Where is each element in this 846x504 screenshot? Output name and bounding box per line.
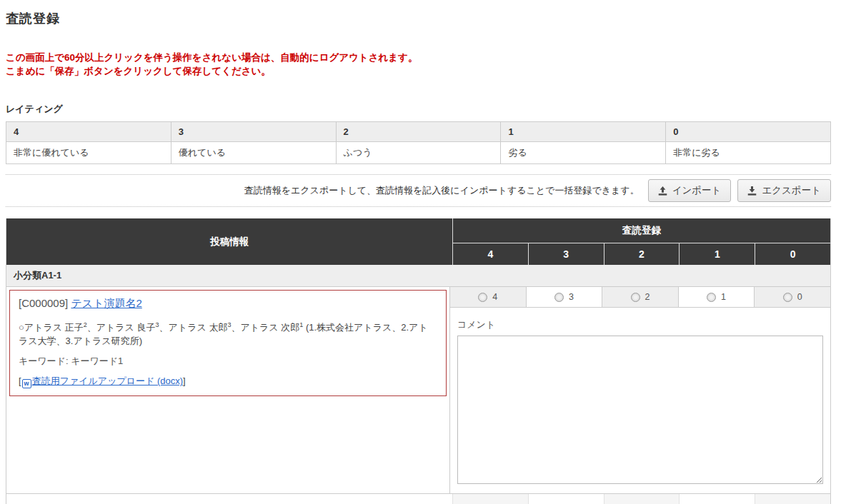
table-header: 投稿情報 査読登録 4 3 2 1 0 — [6, 218, 830, 265]
rating-legend-score-row: 4 3 2 1 0 — [6, 122, 831, 142]
auto-logout-warning: この画面上で60分以上クリックを伴う操作をされない場合は、自動的にログアウトされ… — [6, 51, 831, 78]
legend-score-2: 2 — [336, 122, 501, 142]
warning-line-2: こまめに「保存」ボタンをクリックして保存してください。 — [6, 64, 831, 78]
rating-radio-label-4: 4 — [492, 292, 497, 302]
next-row-partial — [6, 494, 830, 504]
author-part: 、アトラス 太郎 — [159, 322, 228, 333]
rating-radio-row: 4 3 2 1 0 — [450, 287, 830, 308]
review-header-group: 査読登録 4 3 2 1 0 — [453, 218, 830, 265]
next-row-submission-cell — [6, 494, 453, 504]
import-export-bar: 査読情報をエクスポートして、査読情報を記入後にインポートすることで一括登録できま… — [6, 174, 831, 207]
rating-legend-label-row: 非常に優れている 優れている ふつう 劣る 非常に劣る — [6, 142, 831, 164]
legend-score-4: 4 — [6, 122, 171, 142]
rating-radio-label-0: 0 — [797, 292, 802, 302]
review-input-cell: 4 3 2 1 0 — [450, 287, 830, 493]
submission-card: [C000009] テスト演題名2 ○アトラス 正子2、アトラス 良子3、アトラ… — [9, 290, 447, 396]
rating-radio-label-2: 2 — [645, 292, 650, 302]
next-row-radio-cells — [453, 494, 830, 504]
rating-legend-heading: レイティング — [6, 103, 831, 116]
legend-score-3: 3 — [171, 122, 336, 142]
legend-label-3: 優れている — [171, 142, 336, 164]
subcategory-row: 小分類A1-1 — [6, 265, 830, 287]
review-registration-page: 査読登録 この画面上で60分以上クリックを伴う操作をされない場合は、自動的にログ… — [0, 10, 831, 504]
file-link-close-bracket: ] — [183, 376, 186, 386]
rating-option-4[interactable]: 4 — [450, 287, 526, 307]
rating-radio-0[interactable] — [783, 293, 792, 302]
rating-option-0[interactable]: 0 — [754, 287, 830, 307]
score-header-2: 2 — [604, 243, 680, 265]
score-header-1: 1 — [679, 243, 755, 265]
rating-radio-label-3: 3 — [569, 292, 574, 302]
page-title: 査読登録 — [6, 10, 831, 27]
submission-title-link[interactable]: テスト演題名2 — [71, 297, 141, 309]
legend-score-0: 0 — [666, 122, 831, 142]
rating-radio-label-1: 1 — [721, 292, 726, 302]
file-link-open-bracket: [ — [19, 376, 21, 386]
submission-info-header: 投稿情報 — [6, 218, 453, 265]
import-button[interactable]: インポート — [648, 179, 732, 202]
rating-legend-table: 4 3 2 1 0 非常に優れている 優れている ふつう 劣る 非常に劣る — [6, 121, 831, 164]
file-upload-line: [w査読用ファイルアップロード (docx)] — [19, 375, 437, 388]
import-button-label: インポート — [672, 184, 722, 197]
review-registration-table: 投稿情報 査読登録 4 3 2 1 0 小分類A1-1 [C000009] テス… — [6, 218, 831, 504]
rating-radio-4[interactable] — [478, 293, 487, 302]
export-button[interactable]: エクスポート — [737, 179, 831, 202]
export-button-label: エクスポート — [762, 184, 821, 197]
download-icon — [747, 186, 757, 196]
authors-line: ○アトラス 正子2、アトラス 良子3、アトラス 太郎3、アトラス 次郎1 (1.… — [19, 318, 437, 348]
comment-textarea[interactable] — [457, 336, 823, 484]
submission-id: [C000009] — [19, 297, 68, 309]
submission-title-line: [C000009] テスト演題名2 — [19, 297, 437, 311]
rating-option-2[interactable]: 2 — [602, 287, 678, 307]
import-export-description: 査読情報をエクスポートして、査読情報を記入後にインポートすることで一括登録できま… — [244, 184, 640, 197]
review-registration-header: 査読登録 — [453, 218, 830, 243]
legend-label-4: 非常に優れている — [6, 142, 171, 164]
keywords-line: キーワード: キーワード1 — [19, 355, 437, 368]
submission-row: [C000009] テスト演題名2 ○アトラス 正子2、アトラス 良子3、アトラ… — [6, 287, 830, 494]
rating-radio-2[interactable] — [631, 293, 640, 302]
upload-icon — [658, 186, 667, 196]
docx-file-icon: w — [22, 379, 31, 388]
submission-info-cell: [C000009] テスト演題名2 ○アトラス 正子2、アトラス 良子3、アトラ… — [6, 287, 450, 493]
legend-label-2: ふつう — [336, 142, 501, 164]
rating-radio-3[interactable] — [554, 293, 564, 302]
score-header-3: 3 — [528, 243, 604, 265]
comment-section: コメント — [450, 308, 830, 486]
author-part: 、アトラス 良子 — [87, 322, 156, 333]
review-file-upload-link[interactable]: 査読用ファイルアップロード (docx) — [32, 376, 183, 386]
rating-option-1[interactable]: 1 — [678, 287, 755, 307]
legend-score-1: 1 — [501, 122, 666, 142]
score-header-0: 0 — [755, 243, 830, 265]
legend-label-0: 非常に劣る — [666, 142, 831, 164]
comment-label: コメント — [457, 318, 823, 331]
legend-label-1: 劣る — [501, 142, 666, 164]
score-column-headers: 4 3 2 1 0 — [453, 243, 830, 265]
warning-line-1: この画面上で60分以上クリックを伴う操作をされない場合は、自動的にログアウトされ… — [6, 51, 831, 64]
author-part: 、アトラス 次郎 — [231, 322, 299, 333]
author-part: ○アトラス 正子 — [19, 322, 84, 333]
score-header-4: 4 — [453, 243, 528, 265]
rating-option-3[interactable]: 3 — [526, 287, 602, 307]
rating-radio-1[interactable] — [707, 293, 716, 302]
